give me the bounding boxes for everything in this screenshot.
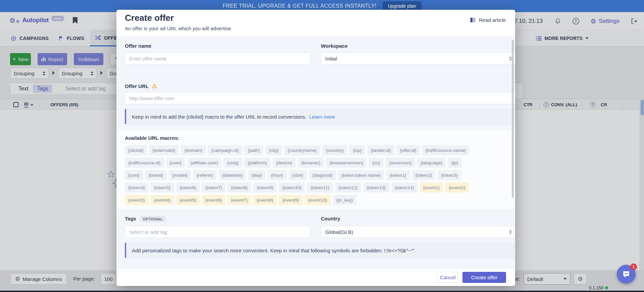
macro-chip[interactable]: {model}	[169, 170, 191, 180]
status-dot	[605, 286, 608, 289]
macro-chip[interactable]: {uniq}	[224, 158, 242, 168]
offer-url-input[interactable]	[125, 92, 515, 104]
stepper-icon	[509, 230, 512, 234]
macro-chip[interactable]: {event6}	[202, 195, 226, 205]
chat-widget-button[interactable]: 1	[617, 265, 636, 284]
macro-chip[interactable]: {event1}	[420, 182, 443, 193]
app-window: FREE TRIAL. UPGRADE & GET FULL ACCESS IN…	[0, 0, 644, 292]
tags-note: Add personalized tags to make your searc…	[125, 243, 515, 258]
macro-chip[interactable]: {event9}	[279, 195, 302, 205]
tags-note-text: Add personalized tags to make your searc…	[132, 248, 414, 253]
country-select[interactable]: Global(GLB)	[321, 226, 515, 238]
macro-chip[interactable]: {clickid}	[125, 145, 147, 155]
macro-chip[interactable]: {countryname}	[284, 145, 320, 155]
macro-chip[interactable]: {diagonal}	[309, 170, 336, 180]
macro-chip[interactable]: {user}	[166, 158, 185, 168]
offer-basics-section: Offer name Workspace Initial Offer URL⚠ …	[116, 37, 515, 130]
macro-chip[interactable]: {hour}	[268, 170, 287, 180]
macro-chip[interactable]: {brand}	[145, 170, 167, 180]
macro-chip[interactable]: {campaign.id}	[208, 145, 242, 155]
macro-chip[interactable]: {path}	[244, 145, 263, 155]
offer-url-label: Offer URL⚠	[125, 83, 157, 90]
workspace-select[interactable]: Initial	[321, 52, 515, 65]
macro-chip[interactable]: {affiliate.user}	[187, 158, 221, 168]
chat-unread-badge: 1	[630, 263, 637, 270]
macro-chip[interactable]: {token6}	[176, 182, 200, 193]
tags-input[interactable]	[125, 226, 310, 238]
modal-subtitle: An offer is your ad URL which you will a…	[125, 26, 232, 31]
macro-row: {clickid}{externalid}{domain}{campaign.i…	[125, 145, 469, 155]
macro-chip[interactable]: {token4}	[125, 182, 148, 193]
macro-chip[interactable]: {token11}	[307, 182, 333, 193]
macro-chip[interactable]: {ip}	[448, 158, 461, 168]
read-article-label: Read article	[479, 17, 506, 23]
macro-chip[interactable]: {pr_key}	[333, 195, 356, 205]
tags-label: TagsOPTIONAL	[125, 216, 165, 221]
macro-chip[interactable]: {token9}	[253, 182, 277, 193]
macro-chip[interactable]: {event10}	[305, 195, 331, 205]
macro-chip[interactable]: {browserversion}	[326, 158, 367, 168]
macro-chip[interactable]: {os}	[369, 158, 383, 168]
macro-chip[interactable]: {token:token name}	[338, 170, 384, 180]
macro-chip[interactable]: {token2}	[412, 170, 436, 180]
macro-chip[interactable]: {offer.id}	[397, 145, 420, 155]
macro-chip[interactable]: {platform}	[244, 158, 270, 168]
create-offer-modal: Create offer An offer is your ad URL whi…	[116, 10, 515, 286]
macro-chip[interactable]: {language}	[417, 158, 446, 168]
macro-chip[interactable]: {token1}	[386, 170, 410, 180]
macro-chip[interactable]: {token13}	[363, 182, 389, 193]
cancel-button[interactable]: Cancel	[437, 272, 458, 283]
modal-scrollbar-thumb[interactable]	[512, 40, 514, 198]
modal-title: Create offer	[125, 13, 174, 23]
modal-footer: Cancel Create offer	[116, 268, 515, 286]
macro-chip[interactable]: {token5}	[151, 182, 174, 193]
macro-chip[interactable]: {token10}	[279, 182, 305, 193]
macro-chip[interactable]: {osversion}	[386, 158, 415, 168]
warning-icon: ⚠	[152, 83, 157, 89]
macro-chip[interactable]: {isp}	[349, 145, 365, 155]
macro-row: {event3}{event4}{event5}{event6}{event7}…	[125, 195, 356, 205]
macro-chip[interactable]: {cost}	[125, 170, 143, 180]
macro-chip[interactable]: {event8}	[253, 195, 277, 205]
macro-chip[interactable]: {token7}	[202, 182, 226, 193]
create-offer-button[interactable]: Create offer	[462, 272, 506, 283]
macro-chip[interactable]: {event3}	[125, 195, 148, 205]
country-value: Global(GLB)	[325, 229, 353, 235]
macro-chip[interactable]: {token12}	[335, 182, 361, 193]
version-indicator: 0.1.150	[589, 285, 608, 290]
macro-chip[interactable]: {size}	[289, 170, 307, 180]
macro-chip[interactable]: {city}	[265, 145, 282, 155]
upgrade-plan-button[interactable]: Upgrade plan	[383, 1, 422, 11]
offer-name-input[interactable]	[125, 52, 310, 65]
macro-chip[interactable]: {event2}	[445, 182, 469, 193]
macro-chip[interactable]: {token14}	[392, 182, 417, 193]
chat-bubble-icon	[622, 270, 631, 279]
macro-chip[interactable]: {referer}	[193, 170, 216, 180]
macro-chip[interactable]: {token3}	[438, 170, 461, 180]
stepper-icon	[509, 56, 512, 61]
read-article-link[interactable]: Read article	[470, 17, 506, 23]
workspace-value: Initial	[325, 56, 337, 61]
macro-chip[interactable]: {country}	[323, 145, 347, 155]
macro-chip[interactable]: {token8}	[228, 182, 251, 193]
macro-row: {trafficsource.id}{user}{affiliate.user}…	[125, 158, 461, 168]
macro-chip[interactable]: {datetime}	[219, 170, 246, 180]
macro-chip[interactable]: {event4}	[151, 195, 174, 205]
macro-chip[interactable]: {domain}	[181, 145, 205, 155]
macro-chip[interactable]: {externalid}	[149, 145, 179, 155]
learn-more-link[interactable]: Learn more	[309, 114, 335, 120]
macro-chip[interactable]: {lander.id}	[367, 145, 394, 155]
url-macros-section: Available URL macros: {clickid}{external…	[116, 130, 515, 209]
macro-row: {cost}{brand}{model}{referer}{datetime}{…	[125, 170, 461, 180]
modal-header: Create offer An offer is your ad URL whi…	[116, 10, 515, 37]
optional-badge: OPTIONAL	[140, 216, 165, 222]
macro-chip[interactable]: {browser}	[298, 158, 324, 168]
macro-chip[interactable]: {device}	[273, 158, 296, 168]
macros-label: Available URL macros:	[125, 135, 180, 141]
macro-chip[interactable]: {trafficsource.id}	[125, 158, 164, 168]
macro-chip[interactable]: {event7}	[228, 195, 251, 205]
book-icon	[470, 17, 476, 23]
macro-chip[interactable]: {day}	[248, 170, 265, 180]
macro-chip[interactable]: {trafficsource.name}	[422, 145, 469, 155]
macro-chip[interactable]: {event5}	[176, 195, 200, 205]
